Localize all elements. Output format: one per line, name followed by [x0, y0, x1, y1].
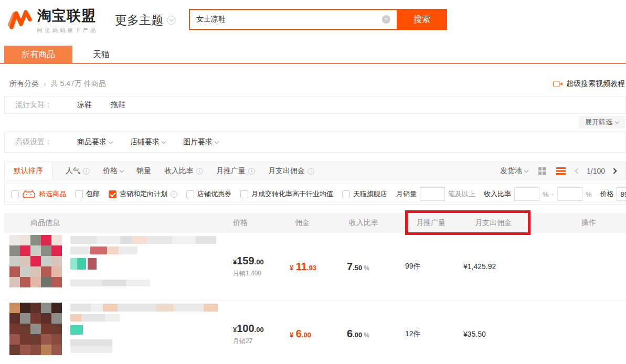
product-row: ¥159.00 月销1,400 ¥ 11.93 7.50% 99件 ¥1,425… — [4, 233, 626, 300]
taobao-union-logo-icon — [7, 8, 33, 31]
pagination: 1/100 — [576, 167, 616, 175]
censored-product-text[interactable] — [70, 303, 218, 355]
price-dec: .00 — [254, 326, 264, 334]
sort-default[interactable]: 默认排序 — [5, 162, 52, 180]
logo-text: 淘宝联盟 阿里妈妈旗下产品 — [37, 6, 98, 34]
more-topics-label: 更多主题 — [115, 12, 163, 28]
tab-all-products[interactable]: 所有商品 — [4, 46, 72, 63]
checkbox[interactable] — [186, 190, 194, 198]
table-header: 商品信息 价格 佣金 收入比率 月推广量 月支出佣金 操作 — [4, 213, 626, 233]
product-tags — [70, 258, 216, 270]
monthly-sales-label: 月销量 — [396, 189, 417, 199]
col-monthly-promotion: 月推广量 — [401, 218, 448, 228]
sort-income-rate[interactable]: 收入比率 — [164, 166, 203, 176]
censored-product-image[interactable] — [9, 303, 62, 355]
income-rate-min-input[interactable] — [514, 187, 539, 201]
checkbox-label: 月成交转化率高于行业均值 — [251, 189, 333, 199]
income-rate-label: 收入比率 — [484, 189, 511, 199]
checkbox-label: 店铺优惠券 — [197, 189, 231, 199]
category-filter-label: 流行女鞋： — [15, 100, 77, 110]
prev-page-icon[interactable] — [575, 168, 580, 174]
currency-symbol: ¥ — [290, 331, 293, 339]
commission-int: 11 — [296, 261, 307, 272]
tab-tmall[interactable]: 天猫 — [72, 46, 130, 63]
video-tutorial-link[interactable]: 超级搜索视频教程 — [553, 79, 625, 89]
rate-unit: % — [364, 331, 369, 339]
list-view-icon[interactable] — [556, 167, 566, 175]
censored-text-line — [70, 339, 112, 353]
sort-price[interactable]: 价格 — [103, 166, 123, 176]
sortbar-right: 发货地 1/100 — [500, 166, 625, 176]
monthly-sales-input[interactable] — [420, 187, 445, 201]
page-indicator: 1/100 — [587, 167, 605, 175]
checkbox-shop-coupon[interactable]: 店铺优惠券 — [186, 189, 231, 199]
sort-monthly-commission[interactable]: 月支出佣金 — [268, 166, 314, 176]
grid-view-icon[interactable] — [538, 167, 546, 175]
more-topics-menu[interactable]: 更多主题 — [115, 12, 176, 28]
info-icon[interactable] — [171, 191, 177, 198]
result-count: 共 5.47万 件商品 — [51, 79, 106, 89]
info-icon[interactable] — [248, 168, 255, 175]
censored-text-line — [70, 247, 137, 254]
chevron-down-icon — [215, 139, 219, 143]
breadcrumb-category[interactable]: 所有分类 — [9, 79, 39, 89]
censored-text-line — [70, 304, 218, 312]
chevron-down-icon — [109, 139, 113, 143]
advanced-settings-box: 高级设置： 商品要求 店铺要求 图片要求 — [4, 132, 626, 153]
checkbox[interactable] — [342, 190, 350, 198]
info-icon[interactable] — [307, 168, 314, 175]
price-filter-label: 价格 — [600, 189, 613, 199]
monthly-commission-paid-cell: ¥1,425.92 — [448, 262, 527, 271]
price-min-input[interactable] — [617, 187, 626, 201]
clear-search-icon[interactable] — [382, 15, 390, 24]
filter-option-slippers[interactable]: 拖鞋 — [111, 100, 125, 110]
sort-sales[interactable]: 销量 — [136, 166, 151, 176]
price-int: 100 — [237, 323, 254, 334]
dropdown-image-requirements[interactable]: 图片要求 — [183, 137, 218, 147]
rate-unit: % — [364, 264, 369, 272]
tmall-cat-icon — [22, 190, 36, 199]
sort-popularity[interactable]: 人气 — [66, 166, 90, 176]
sort-monthly-promotion[interactable]: 月推广量 — [216, 166, 255, 176]
chevron-down-circle-icon — [167, 16, 176, 25]
censored-text-line — [70, 280, 150, 286]
checkbox-marketing-plan[interactable]: 营销和定向计划 — [109, 189, 177, 199]
checkbox-free-shipping[interactable]: 包邮 — [75, 189, 100, 199]
expand-filter-button[interactable]: 展开筛选 — [579, 116, 625, 129]
col-price: 价格 — [230, 218, 285, 228]
percent-sign: % — [586, 190, 592, 198]
col-commission: 佣金 — [285, 218, 341, 228]
checkbox-featured-products[interactable]: 精选商品 — [11, 189, 66, 199]
search-input[interactable] — [189, 9, 397, 30]
info-icon[interactable] — [83, 168, 90, 175]
censored-product-image[interactable] — [9, 235, 62, 287]
checkbox-conversion-above-avg[interactable]: 月成交转化率高于行业均值 — [240, 189, 333, 199]
info-icon[interactable] — [196, 168, 203, 175]
sort-label: 价格 — [103, 166, 118, 176]
product-info-cell — [9, 303, 230, 355]
ship-from-dropdown[interactable]: 发货地 — [500, 166, 528, 176]
income-rate-max-input[interactable] — [557, 187, 582, 201]
checkbox-checked[interactable] — [109, 190, 116, 198]
checkbox[interactable] — [11, 190, 19, 198]
income-rate-cell: 6.00% — [341, 328, 401, 340]
checkbox[interactable] — [240, 190, 248, 198]
col-monthly-commission-paid: 月支出佣金 — [448, 218, 527, 228]
censored-product-text[interactable] — [70, 235, 216, 287]
censored-text-line — [70, 236, 216, 244]
price-cell: ¥159.00 月销1,400 — [230, 255, 285, 278]
monthly-commission-paid-cell: ¥35.50 — [448, 330, 527, 338]
dropdown-shop-requirements[interactable]: 店铺要求 — [130, 137, 165, 147]
video-camera-icon — [553, 80, 563, 88]
filter-option-sandals[interactable]: 凉鞋 — [77, 100, 92, 110]
search-button[interactable]: 搜索 — [397, 9, 447, 30]
sort-label: 收入比率 — [164, 166, 194, 176]
dropdown-label: 图片要求 — [183, 137, 213, 147]
checkbox-tmall-flagship[interactable]: 天猫旗舰店 — [342, 189, 387, 199]
commission-dec: .93 — [307, 264, 316, 272]
checkbox[interactable] — [75, 190, 83, 198]
dropdown-product-requirements[interactable]: 商品要求 — [77, 137, 112, 147]
next-page-icon[interactable] — [611, 168, 617, 174]
product-tags — [70, 325, 218, 335]
logo[interactable]: 淘宝联盟 阿里妈妈旗下产品 — [7, 6, 98, 34]
